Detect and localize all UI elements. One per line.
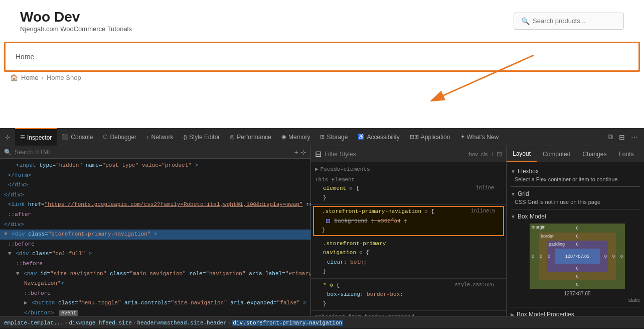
network-icon: ↕ <box>146 134 149 140</box>
highlighted-css-rule: .storefront-primary-navigation ⚙ inline:… <box>313 206 504 236</box>
pick-node-btn[interactable]: ⊹ <box>300 148 306 156</box>
flexbox-header[interactable]: ▼ Flexbox <box>511 166 640 176</box>
css-settings-btn[interactable]: ⊡ <box>497 150 502 158</box>
bc-item-3[interactable]: header#masthead.site-header <box>137 320 226 326</box>
search-input[interactable] <box>533 17 616 25</box>
padding-label: padding <box>547 241 567 248</box>
console-label: Console <box>71 134 93 141</box>
css-toolbar: ⊟ Filter Styles :hov .cls + ⊡ <box>311 146 506 162</box>
tab-computed[interactable]: Computed <box>537 146 576 162</box>
rule-close-2: } <box>315 267 502 276</box>
tab-whats-new[interactable]: ✦ What's New <box>455 128 504 146</box>
code-line: Navigation"> <box>0 279 310 289</box>
layout-tabs: Layout Computed Changes Fonts <box>507 146 644 162</box>
code-line-selected[interactable]: ▼ <div class="storefront-primary-navigat… <box>0 230 310 240</box>
breadcrumb-shop: Home Shop <box>47 74 81 81</box>
flexbox-body: Select a Flex container or item to conti… <box>511 176 640 182</box>
search-icon: 🔍 <box>4 149 12 156</box>
code-line: ::before <box>0 259 310 269</box>
code-line: </div> <box>0 220 310 230</box>
tab-fonts[interactable]: Fonts <box>612 146 639 162</box>
bc-item-1[interactable]: emplate-templat... <box>4 320 64 326</box>
tab-accessibility[interactable]: ♿ Accessibility <box>353 128 404 146</box>
chevron-down-icon-3: ▼ <box>511 214 516 219</box>
devtools-window-actions: ⧉ ⊟ ⋯ <box>602 132 644 142</box>
tab-memory[interactable]: ◉ Memory <box>276 128 315 146</box>
border-label: border <box>539 233 556 240</box>
html-search-bar: 🔍 + ⊹ <box>0 146 310 159</box>
chevron-right-icon-2: ▶ <box>511 312 515 316</box>
code-line: ::before <box>0 289 310 299</box>
grid-header[interactable]: ▼ Grid <box>511 189 640 199</box>
storage-icon: ⊞ <box>320 134 325 140</box>
bc-sep-1: › <box>65 320 68 326</box>
add-rule-btn[interactable]: + <box>491 150 495 158</box>
performance-icon: ◎ <box>230 134 235 140</box>
layout-panel: Layout Computed Changes Fonts ▼ Flexbox <box>507 146 644 316</box>
html-search-input[interactable] <box>15 149 291 156</box>
margin-right-value: 0 <box>620 254 623 259</box>
tab-console[interactable]: ⬛ Console <box>57 128 98 146</box>
devtools-toolbar: ⊹ ☰ Inspector ⬛ Console ⬡ Debugger ↕ Net… <box>0 128 644 146</box>
padding-top-value: 0 <box>576 242 578 247</box>
memory-icon: ◉ <box>281 134 286 140</box>
site-tagline: Njengah.com WooCommerce Tutorials <box>20 25 132 33</box>
box-dimensions-text: 1287×87.85 <box>515 291 640 296</box>
code-line: ::before <box>0 240 310 250</box>
breadcrumb-home[interactable]: Home <box>21 74 39 81</box>
site-title: Woo Dev Njengah.com WooCommerce Tutorial… <box>20 9 132 33</box>
code-line: ▼ <div class="col-full" > <box>0 249 310 259</box>
pseudo-elements-label: Pseudo-elements <box>320 166 370 172</box>
box-model-header[interactable]: ▼ Box Model <box>511 211 640 222</box>
box-model-section: ▼ Box Model margin 0 0 <box>511 211 640 303</box>
margin-top-value: 0 <box>576 226 578 231</box>
chevron-down-icon-2: ▼ <box>511 191 516 197</box>
add-node-btn[interactable]: + <box>294 148 298 156</box>
grid-section: ▼ Grid CSS Grid is not in use on this pa… <box>511 189 640 205</box>
split-btn[interactable]: ⊟ <box>617 132 627 142</box>
code-line: </form> <box>0 171 310 181</box>
tab-changes[interactable]: Changes <box>576 146 612 162</box>
computed-tab-label: Computed <box>543 151 570 158</box>
pseudo-elements-header[interactable]: ▶ Pseudo-elements <box>311 164 506 174</box>
inspector-label: Inspector <box>27 134 52 141</box>
tab-debugger[interactable]: ⬡ Debugger <box>98 128 141 146</box>
more-btn[interactable]: ⋯ <box>629 132 640 142</box>
hov-cls-label: :hov .cls <box>467 151 488 157</box>
application-label: Application <box>421 134 450 141</box>
devtools-panel: ⊹ ☰ Inspector ⬛ Console ⬡ Debugger ↕ Net… <box>0 128 644 329</box>
css-property-background: background : #302fa4 ; <box>314 216 503 226</box>
breadcrumb-area: 🏠 Home › Home Shop <box>0 72 644 83</box>
bc-item-2[interactable]: div#page.hfeed.site <box>69 320 131 326</box>
bc-item-4[interactable]: div.storefront-primary-navigation <box>232 320 343 326</box>
dock-btn[interactable]: ⧉ <box>606 132 615 142</box>
tab-network[interactable]: ↕ Network <box>141 128 179 146</box>
style-editor-icon: {} <box>184 134 187 140</box>
devtools-breadcrumb-bar: emplate-templat... › div#page.hfeed.site… <box>0 316 644 329</box>
nav-home-link[interactable]: Home <box>16 53 34 61</box>
devtools-pick-btn[interactable]: ⊹ <box>0 128 15 146</box>
grid-body: CSS Grid is not in use on this page <box>511 199 640 205</box>
code-line: </div> <box>0 180 310 190</box>
padding-right-value: 0 <box>604 254 607 259</box>
style-editor-label: Style Editor <box>189 134 220 141</box>
tab-style-editor[interactable]: {} Style Editor <box>179 128 225 146</box>
rule-close: } <box>314 226 503 235</box>
grid-desc: CSS Grid is not in use on this page <box>515 199 600 205</box>
tab-storage[interactable]: ⊞ Storage <box>315 128 353 146</box>
css-selector-line: .storefront-primary-navigation ⚙ inline:… <box>314 207 503 216</box>
box-model-properties-header[interactable]: ▶ Box Model Properties <box>511 309 640 316</box>
breadcrumb-sep: › <box>42 74 44 81</box>
whats-new-icon: ✦ <box>460 134 465 140</box>
changes-tab-label: Changes <box>582 151 606 158</box>
tab-application[interactable]: ⊞⊞ Application <box>405 128 455 146</box>
tab-performance[interactable]: ◎ Performance <box>225 128 276 146</box>
site-header: Woo Dev Njengah.com WooCommerce Tutorial… <box>0 0 644 42</box>
tab-inspector[interactable]: ☰ Inspector <box>15 128 57 146</box>
product-search-box[interactable]: 🔍 <box>514 13 624 30</box>
css-prop-background: background <box>335 218 368 224</box>
chevron-down-icon: ▼ <box>511 169 516 174</box>
flexbox-label: Flexbox <box>518 168 539 175</box>
css-selector-line-2: .storefront-primary <box>315 239 502 249</box>
tab-layout[interactable]: Layout <box>507 146 537 162</box>
